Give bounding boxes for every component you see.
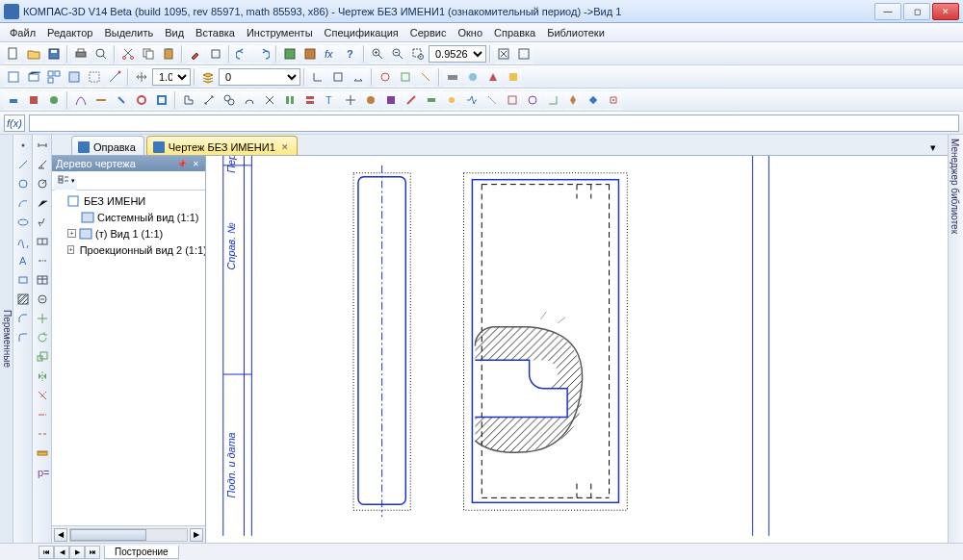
tree-pin-icon[interactable]: 📌 xyxy=(176,158,188,169)
axis-tool[interactable] xyxy=(34,252,51,269)
cut-button[interactable] xyxy=(118,44,138,64)
expand-icon[interactable]: + xyxy=(67,245,74,254)
trim-tool[interactable] xyxy=(34,387,51,404)
tool-button[interactable] xyxy=(443,67,462,87)
tool-button[interactable]: T xyxy=(321,90,340,110)
menu-service[interactable]: Сервис xyxy=(404,25,453,40)
undo-button[interactable] xyxy=(233,44,252,64)
fit-button[interactable] xyxy=(494,44,513,64)
move-tool[interactable] xyxy=(34,310,51,327)
tool-button[interactable] xyxy=(349,67,368,87)
menu-file[interactable]: Файл xyxy=(4,25,41,40)
tool-button[interactable] xyxy=(240,90,259,110)
dim-angular-tool[interactable] xyxy=(34,156,51,173)
measure-tool[interactable] xyxy=(34,445,51,462)
preview-button[interactable] xyxy=(91,44,111,64)
tool-button[interactable] xyxy=(463,67,482,87)
tool-button[interactable] xyxy=(381,90,401,110)
hatch-tool[interactable] xyxy=(14,291,32,308)
menu-select[interactable]: Выделить xyxy=(98,25,159,40)
zoom-out-button[interactable] xyxy=(388,44,407,64)
scroll-thumb[interactable] xyxy=(70,529,146,541)
menu-help[interactable]: Справка xyxy=(488,25,541,40)
tab-nav-next[interactable]: ▶ xyxy=(69,546,85,559)
chamfer-tool[interactable] xyxy=(14,310,32,327)
tool-button[interactable] xyxy=(376,67,395,87)
tool-button[interactable] xyxy=(71,90,91,110)
doc-tab-opravka[interactable]: Оправка xyxy=(71,136,144,155)
tool-button[interactable] xyxy=(308,67,327,87)
scroll-track[interactable] xyxy=(69,528,188,542)
copy-button[interactable] xyxy=(139,44,158,64)
view-button[interactable] xyxy=(4,67,23,87)
leader-tool[interactable] xyxy=(34,194,51,212)
rough-tool[interactable] xyxy=(34,214,51,231)
menu-window[interactable]: Окно xyxy=(452,25,488,40)
scale-tool[interactable] xyxy=(34,348,51,366)
view-button[interactable] xyxy=(85,67,104,87)
scroll-left-icon[interactable]: ◀ xyxy=(54,528,67,542)
arc-tool[interactable] xyxy=(14,194,32,212)
expand-icon[interactable]: + xyxy=(67,229,76,238)
tool-button[interactable] xyxy=(220,90,239,110)
tool-button[interactable] xyxy=(503,90,522,110)
right-panel-tab[interactable]: Менеджер библиотек xyxy=(948,135,963,543)
dim-radius-tool[interactable] xyxy=(34,175,51,192)
print-button[interactable] xyxy=(71,44,91,64)
tool-button[interactable] xyxy=(416,67,435,87)
tree-node-system-view[interactable]: Системный вид (1:1) xyxy=(54,209,203,225)
tool-button[interactable] xyxy=(112,90,131,110)
layers-icon[interactable] xyxy=(198,67,218,87)
zoom-combo[interactable]: 0.9526 xyxy=(429,45,486,63)
tool-button[interactable] xyxy=(422,90,441,110)
tool-button[interactable] xyxy=(4,90,23,110)
scroll-right-icon[interactable]: ▶ xyxy=(190,528,203,542)
doc-tab-drawing[interactable]: Чертеж БЕЗ ИМЕНИ1 ✕ xyxy=(146,136,298,155)
ellipse-tool[interactable] xyxy=(14,214,32,231)
dim-linear-tool[interactable] xyxy=(34,137,51,154)
tool-button[interactable] xyxy=(402,90,421,110)
tool-button[interactable] xyxy=(300,90,320,110)
view-button[interactable] xyxy=(65,67,84,87)
tool-button[interactable] xyxy=(483,67,503,87)
tree-close-icon[interactable]: ✕ xyxy=(190,158,201,169)
tool-button[interactable] xyxy=(523,90,542,110)
rect-tool[interactable] xyxy=(14,271,32,289)
tool-button[interactable] xyxy=(462,90,482,110)
menu-libraries[interactable]: Библиотеки xyxy=(541,25,611,40)
tool-button[interactable] xyxy=(280,90,299,110)
tool-button[interactable] xyxy=(132,90,151,110)
tool-button[interactable] xyxy=(260,90,279,110)
tabs-dropdown-icon[interactable]: ▾ xyxy=(930,141,944,155)
left-panel-tab[interactable]: Переменные xyxy=(0,135,13,543)
tool-button[interactable] xyxy=(584,90,603,110)
tool-button[interactable] xyxy=(604,90,623,110)
tab-nav-first[interactable]: ⏮ xyxy=(39,546,54,559)
symbol-tool[interactable] xyxy=(34,291,51,308)
tool-button[interactable] xyxy=(280,44,299,64)
view-button[interactable] xyxy=(24,67,43,87)
redo-button[interactable] xyxy=(253,44,273,64)
tool-button[interactable] xyxy=(91,90,111,110)
menu-tools[interactable]: Инструменты xyxy=(241,25,319,40)
tool-button[interactable] xyxy=(179,90,198,110)
tool-button[interactable] xyxy=(199,90,219,110)
tool-button[interactable] xyxy=(514,44,534,64)
spline-tool[interactable] xyxy=(14,233,32,250)
zoom-in-button[interactable] xyxy=(368,44,387,64)
tree-node-view-1[interactable]: + (т) Вид 1 (1:1) xyxy=(54,225,203,242)
tool-button[interactable] xyxy=(482,90,502,110)
formula-input[interactable] xyxy=(29,115,959,132)
tab-nav-prev[interactable]: ◀ xyxy=(54,546,69,559)
table-tool[interactable] xyxy=(34,271,51,289)
parametrize-tool[interactable]: p= xyxy=(34,464,51,481)
menu-view[interactable]: Вид xyxy=(159,25,190,40)
text-tool[interactable]: A xyxy=(14,252,32,269)
point-tool[interactable] xyxy=(14,137,32,154)
save-button[interactable] xyxy=(44,44,64,64)
tree-mode-button[interactable]: ▾ xyxy=(54,171,77,191)
drawing-canvas[interactable]: Справ. № Подп. и дата Перв xyxy=(206,156,948,543)
extend-tool[interactable] xyxy=(34,406,51,423)
tool-button[interactable] xyxy=(300,44,320,64)
tool-button[interactable] xyxy=(396,67,415,87)
